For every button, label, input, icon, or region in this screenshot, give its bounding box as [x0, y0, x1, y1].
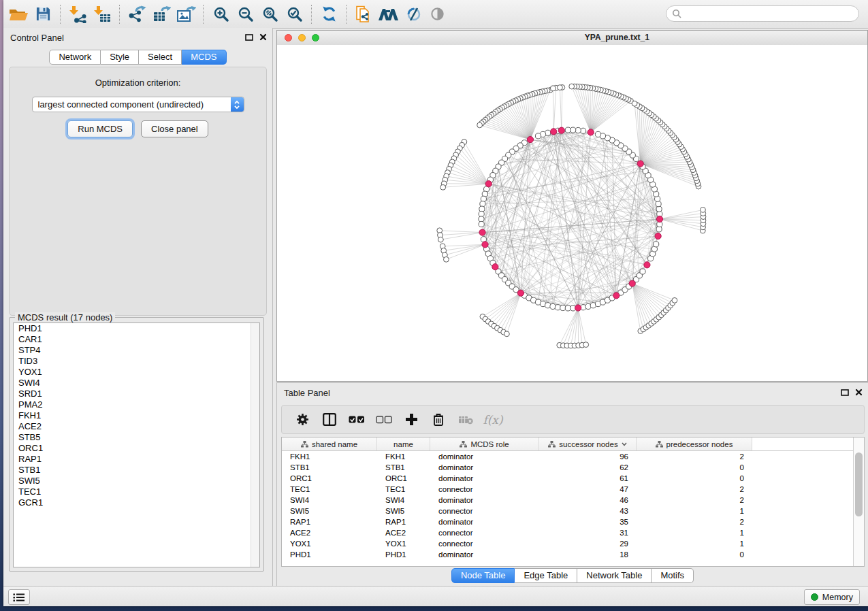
cell-shared-name[interactable]: RAP1 — [282, 516, 377, 527]
cell-shared-name[interactable]: ACE2 — [282, 527, 377, 538]
column-header-predecessor-nodes[interactable]: predecessor nodes — [637, 437, 752, 450]
mcds-node[interactable] — [637, 161, 643, 167]
mcds-result-item[interactable]: TID3 — [14, 356, 259, 367]
tab-network[interactable]: Network — [49, 50, 101, 65]
ring-node[interactable] — [640, 269, 645, 274]
zoom-in-button[interactable] — [208, 3, 233, 26]
ring-node[interactable] — [581, 128, 586, 133]
cell-name[interactable]: YOX1 — [377, 538, 430, 549]
save-session-button[interactable] — [31, 3, 55, 26]
cell-predecessor-nodes[interactable]: 2 — [637, 495, 752, 506]
import-table-button[interactable] — [90, 3, 114, 26]
leaf-node[interactable] — [477, 122, 483, 128]
ring-node[interactable] — [480, 201, 485, 207]
mcds-result-item[interactable]: STB5 — [14, 432, 259, 443]
cell-shared-name[interactable]: FKH1 — [282, 451, 377, 462]
find-button[interactable] — [376, 3, 400, 26]
ring-node[interactable] — [656, 206, 662, 212]
import-network-button[interactable] — [65, 3, 90, 26]
export-table-button[interactable] — [149, 3, 174, 26]
ring-node[interactable] — [565, 127, 570, 133]
ring-node[interactable] — [656, 201, 661, 207]
leaf-node[interactable] — [558, 85, 563, 90]
zoom-selected-button[interactable] — [282, 3, 306, 26]
table-row[interactable]: FKH1FKH1dominator962 — [282, 451, 864, 462]
cell-predecessor-nodes[interactable]: 2 — [637, 451, 752, 462]
close-table-panel-icon[interactable] — [855, 389, 863, 396]
ring-node[interactable] — [479, 221, 484, 227]
cell-successor-nodes[interactable]: 35 — [539, 516, 637, 527]
mcds-result-item[interactable]: SRD1 — [14, 389, 259, 399]
ring-node[interactable] — [479, 216, 484, 222]
mcds-node[interactable] — [588, 129, 594, 135]
tab-style[interactable]: Style — [101, 50, 139, 65]
cell-successor-nodes[interactable]: 62 — [539, 462, 637, 473]
cell-successor-nodes[interactable]: 96 — [539, 451, 637, 462]
tab-select[interactable]: Select — [139, 50, 182, 65]
close-panel-button[interactable]: Close panel — [141, 120, 208, 137]
cell-name[interactable]: ORC1 — [377, 473, 430, 484]
leaf-node[interactable] — [444, 257, 449, 262]
cell-shared-name[interactable]: ORC1 — [282, 473, 377, 484]
column-header-successor-nodes[interactable]: successor nodes — [539, 437, 637, 450]
table-row[interactable]: SWI5SWI5connector431 — [282, 506, 864, 516]
table-row[interactable]: YOX1YOX1connector291 — [282, 538, 864, 549]
table-scrollbar[interactable] — [853, 437, 864, 566]
mcds-result-item[interactable]: PHD1 — [14, 323, 259, 334]
mcds-node[interactable] — [492, 264, 498, 270]
cell-name[interactable]: PHD1 — [377, 549, 430, 560]
leaf-node[interactable] — [632, 101, 637, 106]
cell-successor-nodes[interactable]: 47 — [539, 484, 637, 495]
mcds-result-item[interactable]: TEC1 — [14, 486, 259, 497]
leaf-node[interactable] — [504, 331, 510, 337]
mcds-result-item[interactable]: SWI4 — [14, 378, 259, 389]
cell-MCDS-role[interactable]: connector — [430, 527, 539, 538]
mcds-result-item[interactable]: FKH1 — [14, 410, 259, 421]
cell-MCDS-role[interactable]: connector — [430, 506, 539, 516]
cell-MCDS-role[interactable]: dominator — [430, 549, 539, 560]
cell-name[interactable]: FKH1 — [377, 451, 430, 462]
leaf-node[interactable] — [569, 84, 575, 89]
minimize-window-icon[interactable] — [298, 34, 306, 42]
mcds-result-item[interactable]: PMA2 — [14, 399, 259, 410]
ring-node[interactable] — [481, 196, 486, 201]
float-table-panel-icon[interactable] — [841, 389, 849, 396]
cell-predecessor-nodes[interactable]: 0 — [637, 549, 752, 560]
cell-successor-nodes[interactable]: 31 — [539, 527, 637, 538]
float-panel-icon[interactable] — [245, 34, 253, 41]
cell-MCDS-role[interactable]: connector — [430, 538, 539, 549]
cell-shared-name[interactable]: SWI4 — [282, 495, 377, 506]
ring-node[interactable] — [535, 133, 541, 139]
cell-predecessor-nodes[interactable]: 0 — [637, 462, 752, 473]
run-mcds-button[interactable]: Run MCDS — [67, 120, 133, 137]
search-input[interactable] — [684, 7, 858, 20]
table-row[interactable]: ACE2ACE2connector311 — [282, 527, 864, 538]
tab-network-table[interactable]: Network Table — [577, 568, 652, 583]
export-network-button[interactable] — [125, 3, 149, 26]
mcds-result-item[interactable]: STP4 — [14, 345, 259, 356]
ring-node[interactable] — [654, 242, 659, 247]
table-row[interactable]: RAP1RAP1dominator352 — [282, 516, 864, 527]
cell-name[interactable]: STB1 — [377, 462, 430, 473]
cell-predecessor-nodes[interactable]: 1 — [637, 506, 752, 516]
cell-name[interactable]: SWI4 — [377, 495, 430, 506]
snapshot-button[interactable] — [351, 3, 376, 26]
column-header-name[interactable]: name — [377, 437, 430, 450]
mcds-node[interactable] — [558, 127, 564, 133]
cell-shared-name[interactable]: SWI5 — [282, 506, 377, 516]
mcds-node[interactable] — [655, 233, 661, 239]
tab-motifs[interactable]: Motifs — [652, 568, 694, 583]
table-row[interactable]: ORC1ORC1dominator610 — [282, 473, 864, 484]
deselect-all-button[interactable] — [370, 409, 398, 431]
cell-successor-nodes[interactable]: 29 — [539, 538, 637, 549]
cell-predecessor-nodes[interactable]: 0 — [637, 473, 752, 484]
cell-name[interactable]: ACE2 — [377, 527, 430, 538]
cell-shared-name[interactable]: TEC1 — [282, 484, 377, 495]
cell-MCDS-role[interactable]: dominator — [430, 451, 539, 462]
export-image-button[interactable] — [174, 3, 198, 26]
network-canvas[interactable] — [277, 45, 867, 381]
cell-successor-nodes[interactable]: 43 — [539, 506, 637, 516]
mcds-result-item[interactable]: SWI5 — [14, 476, 259, 486]
ring-node[interactable] — [555, 305, 560, 310]
mcds-result-item[interactable]: STB1 — [14, 465, 259, 476]
